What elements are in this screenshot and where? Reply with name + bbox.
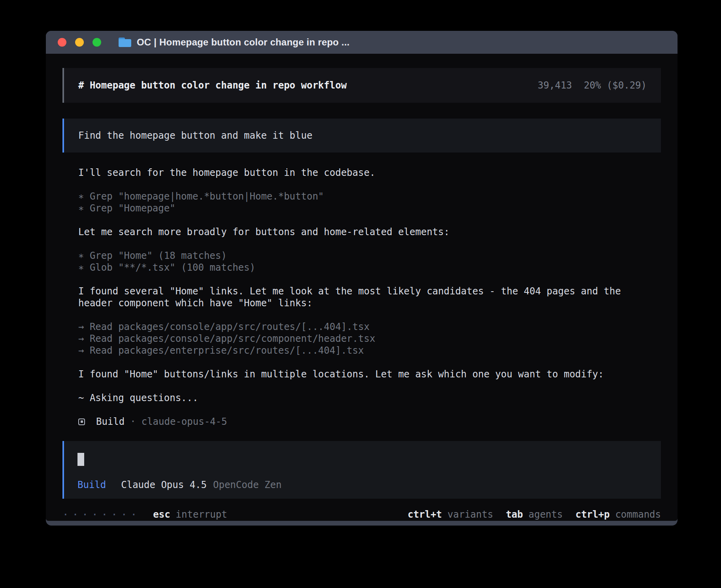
user-message: Find the homepage button and make it blu… [62,119,661,153]
session-title: # Homepage button color change in repo w… [78,80,347,91]
agent-name: Build [96,416,125,428]
esc-key-hint: esc [153,509,170,520]
statusbar: ········ esc interrupt ctrl+t variants t… [62,507,661,522]
agent-build-icon [78,418,85,425]
model-label: Claude Opus 4.5 [121,479,207,491]
spinner-dots: ········ [62,509,140,520]
input-meta: Build Claude Opus 4.5 OpenCode Zen [77,479,661,491]
text-cursor [77,453,84,466]
assistant-text: I found "Home" buttons/links in multiple… [78,368,643,380]
agent-separator: · [130,416,136,428]
mode-label: Build [77,479,106,491]
agent-model: claude-opus-4-5 [142,416,227,428]
tool-line-grep: ∗ Grep "homepage|home.*button|Home.*butt… [78,190,643,202]
assistant-text: I'll search for the homepage button in t… [78,167,643,179]
key-ctrl-t: ctrl+t [408,509,442,520]
user-message-text: Find the homepage button and make it blu… [78,130,312,141]
assistant-text: I found several "Home" links. Let me loo… [78,285,643,309]
folder-icon [119,38,131,47]
tool-line-glob: ∗ Glob "**/*.tsx" (100 matches) [78,262,643,273]
conversation: I'll search for the homepage button in t… [78,167,643,428]
statusbar-left: ········ esc interrupt [62,509,227,520]
key-tab: tab [506,509,523,520]
tool-calls-group: → Read packages/console/app/src/routes/[… [78,321,643,356]
terminal-window: OC | Homepage button color change in rep… [46,31,678,526]
zoom-button[interactable] [92,38,101,47]
session-stats: 39,413 20% ($0.29) [538,80,647,91]
assistant-text: Let me search more broadly for buttons a… [78,226,643,238]
esc-key-label: interrupt [176,509,227,520]
minimize-button[interactable] [75,38,84,47]
label-agents: agents [528,509,563,520]
token-count: 39,413 [538,80,572,91]
tool-line-read: → Read packages/console/app/src/routes/[… [78,321,643,333]
window-title: OC | Homepage button color change in rep… [137,37,349,48]
tool-line-grep: ∗ Grep "Homepage" [78,202,643,214]
tool-line-grep: ∗ Grep "Home" (18 matches) [78,250,643,262]
shortcut-commands: ctrl+p commands [576,509,661,520]
tool-calls-group: ∗ Grep "Home" (18 matches) ∗ Glob "**/*.… [78,250,643,273]
tool-line-read: → Read packages/enterprise/src/routes/[.… [78,345,643,356]
prompt-input[interactable]: Build Claude Opus 4.5 OpenCode Zen [62,441,661,499]
shortcut-variants: ctrl+t variants [408,509,493,520]
status-text: ~ Asking questions... [78,392,643,404]
key-ctrl-p: ctrl+p [576,509,610,520]
session-header: # Homepage button color change in repo w… [62,68,661,103]
label-variants: variants [447,509,493,520]
agent-row: Build · claude-opus-4-5 [78,416,643,428]
traffic-lights [58,38,101,47]
tool-line-read: → Read packages/console/app/src/componen… [78,333,643,345]
window-titlebar[interactable]: OC | Homepage button color change in rep… [46,31,678,54]
close-button[interactable] [58,38,66,47]
statusbar-right: ctrl+t variants tab agents ctrl+p comman… [395,509,661,520]
terminal-body: # Homepage button color change in repo w… [46,54,678,521]
shortcut-agents: tab agents [506,509,563,520]
context-cost: 20% ($0.29) [584,80,647,91]
provider-label: OpenCode Zen [213,479,281,491]
label-commands: commands [615,509,661,520]
tool-calls-group: ∗ Grep "homepage|home.*button|Home.*butt… [78,190,643,214]
